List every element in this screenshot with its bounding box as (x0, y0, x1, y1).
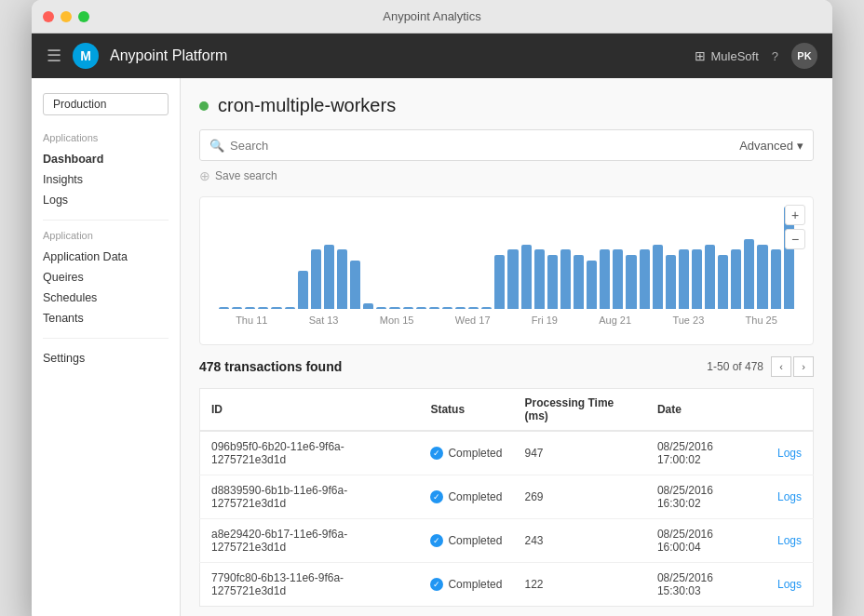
page-nav: ‹ › (771, 356, 814, 377)
cell-logs: Logs (766, 563, 814, 607)
search-icon: 🔍 (209, 139, 224, 153)
chart-zoom-controls: + − (785, 205, 805, 249)
nav-left: ☰ M Anypoint Platform (47, 43, 227, 69)
user-avatar[interactable]: PK (791, 43, 817, 69)
chart-labels: Thu 11Sat 13Mon 15Wed 17Fri 19Aug 21Tue … (209, 315, 803, 326)
app-name: cron-multiple-workers (218, 95, 396, 116)
cell-id: 7790fc80-6b13-11e6-9f6a-1275721e3d1d (200, 563, 420, 607)
sidebar-item-application-data[interactable]: Application Data (43, 247, 169, 267)
results-header: 478 transactions found 1-50 of 478 ‹ › (199, 356, 814, 377)
zoom-in-button[interactable]: + (785, 205, 805, 225)
chart-bar (258, 307, 268, 309)
status-label: Completed (448, 534, 502, 547)
chart-bar (587, 261, 597, 309)
chart-bar (481, 307, 492, 309)
logs-link[interactable]: Logs (777, 534, 802, 547)
cell-status: ✓Completed (419, 475, 513, 519)
status-label: Completed (448, 447, 502, 460)
search-input[interactable] (230, 139, 739, 153)
logs-link[interactable]: Logs (777, 490, 802, 503)
sidebar-item-insights[interactable]: Insights (43, 169, 169, 190)
cell-status: ✓Completed (419, 519, 513, 563)
cell-processing-time: 947 (513, 431, 645, 475)
chart-bar (613, 249, 623, 309)
status-label: Completed (448, 578, 502, 591)
pagination: 1-50 of 478 ‹ › (707, 356, 814, 377)
chart-bar (521, 245, 532, 309)
completed-icon: ✓ (430, 534, 443, 547)
cell-processing-time: 243 (513, 519, 645, 563)
chart-bar (376, 307, 386, 309)
advanced-button[interactable]: Advanced ▾ (739, 139, 803, 153)
save-search-button[interactable]: ⊕ Save search (199, 168, 814, 183)
app-status-dot (199, 101, 209, 111)
sidebar-item-schedules[interactable]: Schedules (43, 288, 169, 308)
sidebar-item-tenants[interactable]: Tenants (43, 308, 169, 328)
logs-link[interactable]: Logs (777, 578, 802, 591)
sidebar: Production Applications Dashboard Insigh… (32, 78, 181, 616)
maximize-button[interactable] (78, 11, 89, 22)
logs-link[interactable]: Logs (777, 447, 802, 460)
col-id: ID (200, 389, 420, 432)
next-page-button[interactable]: › (793, 356, 814, 377)
status-label: Completed (448, 490, 502, 503)
results-count: 478 transactions found (199, 359, 342, 374)
pagination-range: 1-50 of 478 (707, 360, 763, 373)
chart-bar (640, 249, 650, 309)
chart-label: Tue 23 (672, 315, 704, 326)
chart-bar (271, 307, 281, 309)
chart-bar (468, 307, 479, 309)
chart-label: Wed 17 (455, 315, 491, 326)
sidebar-section-applications-label: Applications (43, 132, 169, 143)
chart-bar (337, 249, 347, 309)
window-title: Anypoint Analytics (383, 9, 481, 23)
chevron-down-icon: ▾ (797, 139, 803, 153)
chart-label: Thu 11 (236, 315, 267, 326)
sidebar-divider-2 (43, 338, 169, 339)
cell-status: ✓Completed (419, 563, 513, 607)
zoom-out-button[interactable]: − (785, 229, 805, 249)
chart-bar (363, 303, 373, 309)
chart-bar (507, 249, 518, 309)
chart-bar (757, 245, 767, 309)
minimize-button[interactable] (61, 11, 72, 22)
mulesoft-label: MuleSoft (710, 49, 758, 63)
prev-page-button[interactable]: ‹ (771, 356, 791, 377)
environment-button[interactable]: Production (43, 93, 169, 115)
chart-label: Thu 25 (746, 315, 777, 326)
chart-bar (731, 249, 741, 309)
chart-bar (416, 307, 426, 309)
sidebar-item-queires[interactable]: Queires (43, 267, 169, 288)
close-button[interactable] (43, 11, 54, 22)
nav-right: ⊞ MuleSoft ? PK (695, 43, 817, 69)
cell-id: a8e29420-6b17-11e6-9f6a-1275721e3d1d (200, 519, 420, 563)
chart-bar (574, 255, 584, 309)
sidebar-divider-1 (43, 220, 169, 221)
content-area: cron-multiple-workers 🔍 Advanced ▾ ⊕ Sav… (181, 78, 832, 616)
table-row: 7790fc80-6b13-11e6-9f6a-1275721e3d1d✓Com… (200, 563, 814, 607)
chart-bar (298, 271, 308, 309)
table-row: 096b95f0-6b20-11e6-9f6a-1275721e3d1d✓Com… (200, 431, 814, 475)
sidebar-item-settings[interactable]: Settings (43, 348, 169, 368)
col-status: Status (419, 389, 513, 432)
hamburger-icon[interactable]: ☰ (47, 46, 61, 66)
chart-bar (455, 307, 466, 309)
sidebar-item-logs[interactable]: Logs (43, 190, 169, 210)
traffic-lights (43, 11, 89, 22)
cell-id: d8839590-6b1b-11e6-9f6a-1275721e3d1d (200, 475, 420, 519)
chart-bar (705, 245, 715, 309)
help-button[interactable]: ? (772, 49, 778, 63)
col-processing-time: Processing Time (ms) (513, 389, 645, 432)
chart-bar (560, 249, 571, 309)
cell-status: ✓Completed (419, 431, 513, 475)
cell-logs: Logs (766, 431, 814, 475)
title-bar: Anypoint Analytics (32, 0, 832, 33)
app-header: cron-multiple-workers (199, 95, 814, 116)
col-date: Date (646, 389, 766, 432)
sidebar-item-dashboard[interactable]: Dashboard (43, 149, 169, 169)
chart-bar (494, 255, 505, 309)
mulesoft-link[interactable]: ⊞ MuleSoft (695, 48, 758, 63)
chart-bar (600, 249, 610, 309)
chart-bar (666, 255, 676, 309)
chart-bar (429, 307, 439, 309)
